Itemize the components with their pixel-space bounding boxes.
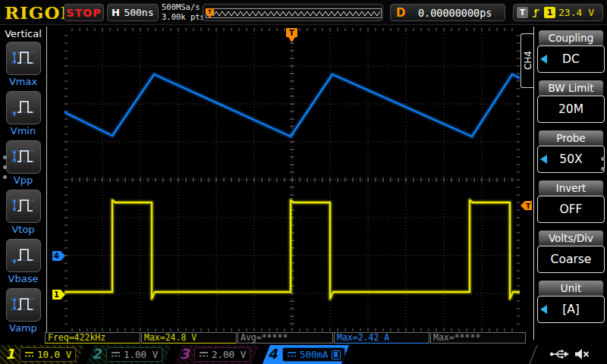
- vertical-measure-menu: Vertical Vmax Vmin Vpp Vtop Vbase Vamp: [0, 27, 47, 340]
- ch4-offset-marker-icon[interactable]: 4: [52, 251, 65, 261]
- memory-depth: 3.00k pts: [162, 12, 205, 22]
- vtop-icon: [10, 207, 37, 218]
- dc-coupling-icon: [111, 351, 121, 358]
- measure-item-vamp: Vamp: [0, 288, 46, 337]
- trigger-position-marker-icon[interactable]: T: [286, 28, 297, 42]
- menu-value-probe[interactable]: 50X: [537, 146, 605, 173]
- measure-slot-4[interactable]: Max=2.42 A: [334, 332, 429, 344]
- vtop-label: Vtop: [0, 223, 46, 237]
- trigger-position-preview-icon[interactable]: T: [206, 8, 214, 18]
- menu-value-invert[interactable]: OFF: [537, 196, 605, 223]
- left-arrow-icon: [540, 155, 547, 164]
- vertical-menu-title: Vertical: [0, 27, 46, 42]
- trigger-info-box: T 1 23.4 V: [513, 4, 603, 21]
- menu-value-coupling[interactable]: DC: [537, 46, 605, 73]
- measure-item-vmin: Vmin: [0, 91, 46, 140]
- delay-label: D: [396, 6, 405, 20]
- vmin-label: Vmin: [0, 124, 46, 138]
- menu-label-invert: Invert: [539, 180, 603, 196]
- run-state-indicator[interactable]: STOP: [64, 4, 104, 21]
- ch4-menu-tab: CH4: [521, 33, 534, 88]
- vmin-button[interactable]: [6, 91, 41, 124]
- svg-text:4: 4: [54, 252, 59, 260]
- vpp-icon: [10, 158, 37, 169]
- svg-text:1: 1: [54, 290, 59, 299]
- channel-1-scale: 10.0 V: [20, 347, 76, 362]
- acquisition-info: 500MSa/s 3.00k pts: [162, 2, 205, 22]
- channel-4-scale: 500mAB: [282, 347, 345, 362]
- run-state-label: STOP: [67, 7, 102, 19]
- ch1-offset-marker-icon[interactable]: 1: [52, 290, 65, 300]
- menu-item-unit: Unit[A]: [537, 281, 605, 323]
- channel-2-scale: 1.00 V: [106, 347, 162, 362]
- measure-slot-2[interactable]: Max=24.8 V: [141, 332, 237, 344]
- vbase-label: Vbase: [0, 272, 46, 286]
- usb-icon: [549, 349, 569, 359]
- menu-value-unit[interactable]: [A]: [537, 296, 605, 323]
- dc-coupling-icon: [199, 351, 209, 358]
- vmax-label: Vmax: [0, 75, 46, 89]
- svg-text:T: T: [526, 202, 531, 210]
- vpp-button[interactable]: [6, 140, 41, 174]
- left-arrow-icon: [540, 55, 547, 64]
- menu-item-bw-limit: BW Limit20M: [537, 80, 605, 123]
- vmin-icon: [10, 108, 37, 120]
- menu-item-probe: Probe50X: [537, 130, 605, 173]
- channel-1-block[interactable]: 1 10.0 V: [0, 345, 84, 364]
- svg-text:T: T: [208, 9, 212, 15]
- delay-box: D 0.00000000ps: [390, 4, 505, 21]
- scope-display: [64, 28, 520, 331]
- vpp-label: Vpp: [0, 174, 46, 187]
- horizontal-scale-box: H 500ns: [107, 4, 159, 21]
- menu-item-volts-div: Volts/DivCoarse: [537, 231, 605, 273]
- channel-1-number: 1: [5, 346, 15, 362]
- waveform-preview[interactable]: T: [203, 4, 383, 21]
- rising-edge-icon: [531, 7, 541, 19]
- vbase-icon: [10, 256, 37, 268]
- graticule: [64, 28, 520, 331]
- left-arrow-icon: [540, 305, 547, 314]
- bw-limit-badge: B: [332, 350, 341, 359]
- channel-2-block[interactable]: 2 1.00 V: [86, 345, 171, 364]
- channel-3-block[interactable]: 3 2.00 V: [175, 345, 259, 364]
- measure-item-vtop: Vtop: [0, 190, 46, 239]
- menu-label-unit: Unit: [539, 281, 603, 296]
- svg-text:T: T: [289, 29, 294, 37]
- ch4-menu-panel: CouplingDCBW Limit20MProbe50XInvertOFFVo…: [533, 27, 607, 340]
- vbase-button[interactable]: [6, 239, 41, 272]
- vamp-button[interactable]: [6, 288, 41, 322]
- menu-label-bw-limit: BW Limit: [539, 80, 603, 96]
- channel-4-block[interactable]: 4 500mAB: [263, 345, 349, 364]
- menu-item-invert: InvertOFF: [537, 180, 605, 223]
- timebase-value: 500ns: [120, 7, 158, 18]
- measure-slot-3[interactable]: Avg=*****: [237, 332, 333, 344]
- vamp-label: Vamp: [0, 322, 46, 335]
- sample-rate: 500MSa/s: [162, 2, 205, 12]
- separator: [529, 345, 538, 364]
- trigger-level-marker-icon[interactable]: T: [521, 200, 532, 211]
- menu-label-probe: Probe: [539, 130, 603, 146]
- measure-item-vbase: Vbase: [0, 239, 46, 288]
- channel-4-number: 4: [268, 346, 278, 362]
- dc-coupling-icon: [287, 351, 297, 358]
- vtop-button[interactable]: [6, 190, 41, 223]
- measure-item-vmax: Vmax: [0, 42, 46, 91]
- vmax-button[interactable]: [6, 42, 41, 75]
- ch4-tab-label: CH4: [523, 51, 533, 70]
- channel-2-number: 2: [92, 346, 102, 362]
- measure-slot-1[interactable]: Freq=422kHz: [45, 332, 140, 344]
- measure-slot-5[interactable]: Max=*****: [430, 332, 526, 344]
- channel-3-scale: 2.00 V: [194, 347, 250, 362]
- right-menu-page-dots: [601, 157, 605, 171]
- menu-value-volts-div[interactable]: Coarse: [537, 246, 605, 273]
- vamp-icon: [10, 306, 37, 317]
- menu-item-coupling: CouplingDC: [537, 30, 605, 73]
- channel-3-number: 3: [180, 346, 190, 362]
- speaker-muted-icon: [574, 348, 590, 360]
- h-label: H: [112, 7, 120, 18]
- oscilloscope-screen: RIGOL STOP H 500ns 500MSa/s 3.00k pts T …: [0, 0, 607, 364]
- top-bar: RIGOL STOP H 500ns 500MSa/s 3.00k pts T …: [0, 0, 607, 25]
- channel-bar: 1 10.0 V2 1.00 V3 2.00 V4 500mAB: [0, 345, 607, 364]
- menu-value-bw-limit[interactable]: 20M: [537, 96, 605, 123]
- trigger-source-badge: 1: [544, 7, 555, 18]
